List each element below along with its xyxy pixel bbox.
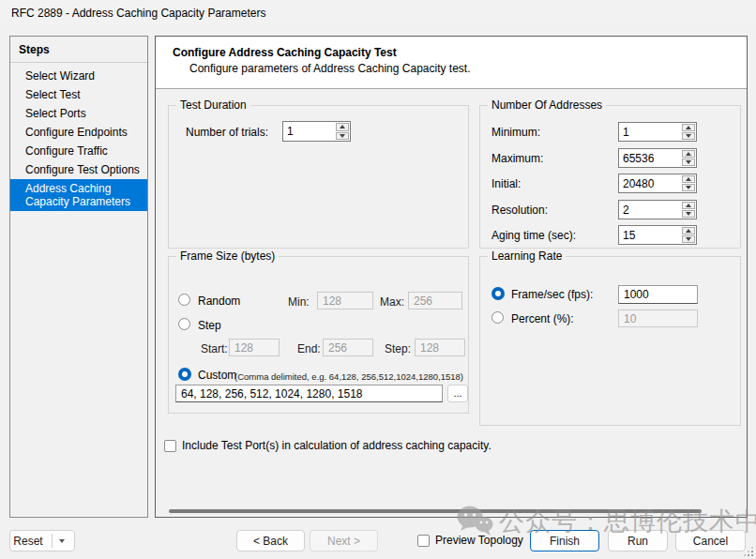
page-header: Configure Address Caching Capacity Test … xyxy=(156,37,747,89)
custom-radio[interactable] xyxy=(178,368,191,381)
sidebar-item-select-wizard[interactable]: Select Wizard xyxy=(10,67,147,85)
random-radio[interactable] xyxy=(178,294,190,306)
cancel-button[interactable]: Cancel xyxy=(675,530,746,551)
custom-hint: (Comma delimited, e.g. 64,128, 256,512,1… xyxy=(234,371,463,382)
include-test-ports-checkbox[interactable] xyxy=(164,440,176,452)
trials-spin-down-button[interactable] xyxy=(336,132,349,141)
down-arrow-icon xyxy=(340,134,345,138)
maximum-stepper xyxy=(618,148,697,168)
preview-topology-label: Preview Topology xyxy=(435,534,523,547)
custom-radio-label: Custom xyxy=(198,369,236,382)
back-button[interactable]: < Back xyxy=(236,530,305,551)
aging-time-label: Aging time (sec): xyxy=(491,229,576,242)
resolution-input[interactable] xyxy=(619,201,681,219)
minimum-input[interactable] xyxy=(619,123,681,141)
include-test-ports-label: Include Test Port(s) in calculation of a… xyxy=(182,439,491,452)
aging-time-stepper xyxy=(618,225,697,245)
maximum-spin-up-button[interactable] xyxy=(682,150,695,158)
minimum-spin-up-button[interactable] xyxy=(682,124,695,131)
initial-stepper xyxy=(618,174,697,193)
group-test-duration: Test Duration Number of trials: xyxy=(168,105,469,249)
maximum-input[interactable] xyxy=(619,149,681,167)
sidebar-item-configure-traffic[interactable]: Configure Traffic xyxy=(10,142,147,160)
down-arrow-icon xyxy=(686,160,691,164)
group-number-of-addresses-title: Number Of Addresses xyxy=(488,98,606,112)
initial-spin-up-button[interactable] xyxy=(682,175,695,183)
percent-radio[interactable] xyxy=(491,311,504,324)
resolution-spin-down-button[interactable] xyxy=(682,210,695,218)
preview-topology-checkbox[interactable] xyxy=(417,535,430,547)
wizard-main-panel: Configure Address Caching Capacity Test … xyxy=(155,36,748,518)
page-title: Configure Address Caching Capacity Test xyxy=(156,37,747,59)
minimum-stepper xyxy=(618,122,697,142)
custom-browse-button[interactable]: ... xyxy=(447,385,468,402)
resize-grip-icon[interactable] xyxy=(744,547,753,556)
down-arrow-icon xyxy=(686,186,691,189)
run-button[interactable]: Run xyxy=(608,530,668,551)
max-label: Max: xyxy=(380,295,404,309)
sidebar-item-select-ports[interactable]: Select Ports xyxy=(10,104,147,123)
trials-spin-up-button[interactable] xyxy=(336,123,349,131)
down-arrow-icon xyxy=(686,134,691,138)
step-radio-label: Step xyxy=(198,319,221,332)
percent-label: Percent (%): xyxy=(511,312,574,325)
number-of-trials-stepper xyxy=(282,121,351,142)
sidebar-item-configure-endpoints[interactable]: Configure Endpoints xyxy=(10,123,147,142)
group-frame-size: Frame Size (bytes) Random Min: Max: Step… xyxy=(168,256,469,414)
start-label: Start: xyxy=(201,342,228,355)
random-radio-label: Random xyxy=(198,295,240,308)
start-input[interactable] xyxy=(229,339,280,356)
up-arrow-icon xyxy=(686,152,691,156)
up-arrow-icon xyxy=(340,125,345,128)
group-learning-rate: Learning Rate Frame/sec (fps): Percent (… xyxy=(479,256,741,426)
up-arrow-icon xyxy=(686,229,691,233)
reset-button[interactable]: Reset xyxy=(9,530,75,551)
end-input[interactable] xyxy=(323,339,373,356)
resolution-spin-up-button[interactable] xyxy=(682,202,695,209)
initial-spin-down-button[interactable] xyxy=(682,184,695,191)
percent-input[interactable] xyxy=(618,310,698,327)
group-frame-size-title: Frame Size (bytes) xyxy=(176,249,279,263)
steps-list: Select Wizard Select Test Select Ports C… xyxy=(10,63,147,211)
window-title: RFC 2889 - Address Caching Capacity Para… xyxy=(11,7,265,20)
minimum-spin-down-button[interactable] xyxy=(682,132,695,140)
max-input[interactable] xyxy=(408,292,462,310)
custom-frame-sizes-input[interactable] xyxy=(175,385,443,402)
preview-topology-row: Preview Topology xyxy=(417,534,523,547)
aging-spin-up-button[interactable] xyxy=(682,227,695,234)
reset-dropdown-icon[interactable] xyxy=(59,539,65,543)
resolution-label: Resolution: xyxy=(491,204,548,217)
frame-per-sec-radio[interactable] xyxy=(491,287,505,300)
initial-input[interactable] xyxy=(619,174,681,192)
up-arrow-icon xyxy=(686,204,691,207)
group-number-of-addresses: Number Of Addresses Minimum: Maximum: In… xyxy=(479,105,741,249)
sidebar-item-configure-test-options[interactable]: Configure Test Options xyxy=(10,160,147,179)
steps-header: Steps xyxy=(10,37,147,63)
page-subtitle: Configure parameters of Address Caching … xyxy=(156,59,747,75)
maximum-spin-down-button[interactable] xyxy=(682,159,695,166)
down-arrow-icon xyxy=(686,212,691,216)
aging-time-input[interactable] xyxy=(619,226,681,244)
aging-spin-down-button[interactable] xyxy=(682,235,695,243)
horizontal-scrollbar[interactable] xyxy=(169,509,702,513)
finish-button[interactable]: Finish xyxy=(530,530,599,551)
resolution-stepper xyxy=(618,200,697,219)
up-arrow-icon xyxy=(686,177,691,181)
steps-sidebar: Steps Select Wizard Select Test Select P… xyxy=(9,36,148,518)
min-label: Min: xyxy=(288,295,310,309)
frame-per-sec-input[interactable] xyxy=(618,285,698,304)
group-test-duration-title: Test Duration xyxy=(176,98,250,112)
step-size-label: Step: xyxy=(385,342,411,355)
step-size-input[interactable] xyxy=(415,339,465,356)
up-arrow-icon xyxy=(686,126,691,129)
step-radio[interactable] xyxy=(178,318,190,330)
end-label: End: xyxy=(297,342,321,355)
min-input[interactable] xyxy=(317,292,373,310)
sidebar-item-address-caching-capacity-parameters[interactable]: Address Caching Capacity Parameters xyxy=(10,179,147,211)
next-button[interactable]: Next > xyxy=(310,530,378,551)
sidebar-item-select-test[interactable]: Select Test xyxy=(10,85,147,104)
include-test-ports-row: Include Test Port(s) in calculation of a… xyxy=(164,439,491,452)
group-learning-rate-title: Learning Rate xyxy=(488,249,566,263)
number-of-trials-input[interactable] xyxy=(283,122,335,141)
maximum-label: Maximum: xyxy=(491,152,543,165)
